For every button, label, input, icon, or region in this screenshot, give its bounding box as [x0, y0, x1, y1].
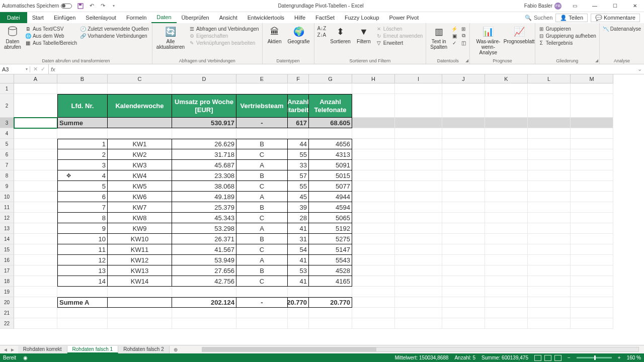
cell[interactable]: [528, 149, 571, 160]
cell[interactable]: [528, 128, 571, 139]
cell[interactable]: KW3: [108, 160, 172, 170]
cell[interactable]: [14, 149, 57, 160]
cell[interactable]: [485, 83, 528, 94]
cell[interactable]: 5147: [309, 244, 352, 255]
qat-dropdown-icon[interactable]: ▾: [110, 3, 117, 10]
cell[interactable]: [309, 128, 352, 139]
cell[interactable]: 45: [288, 192, 309, 202]
sheet-tab[interactable]: Rohdaten korrekt: [18, 346, 67, 353]
cell[interactable]: [485, 276, 528, 287]
col-header-F[interactable]: F: [288, 74, 309, 83]
tab-einfügen[interactable]: Einfügen: [49, 12, 80, 23]
advanced-filter[interactable]: ▽Erweitert: [375, 39, 424, 46]
recent-sources[interactable]: 🕘Zuletzt verwendete Quellen: [79, 25, 150, 32]
cell[interactable]: [395, 94, 442, 118]
cell[interactable]: [309, 287, 352, 297]
share-button[interactable]: 👤Teilen: [555, 14, 588, 22]
group-btn[interactable]: ⊞Gruppieren: [537, 25, 597, 32]
cell[interactable]: [395, 308, 442, 318]
name-box[interactable]: A3▾: [0, 66, 30, 72]
existing-connections[interactable]: 🔗Vorhandene Verbindungen: [79, 32, 150, 39]
cell[interactable]: 38.068: [172, 181, 236, 192]
col-header-D[interactable]: D: [172, 74, 236, 83]
cell[interactable]: [485, 128, 528, 139]
cell[interactable]: 5: [57, 181, 108, 192]
cell[interactable]: [395, 83, 442, 94]
cell[interactable]: [395, 255, 442, 265]
cell[interactable]: [528, 234, 571, 244]
cell[interactable]: 26.629: [172, 139, 236, 149]
cell[interactable]: [309, 308, 352, 318]
cell[interactable]: [352, 244, 395, 255]
cell[interactable]: [442, 139, 485, 149]
cell[interactable]: [485, 118, 528, 128]
cell[interactable]: [352, 170, 395, 181]
cell[interactable]: [288, 83, 309, 94]
refresh-all-button[interactable]: 🔄 Alle aktualisieren: [154, 24, 187, 51]
cell[interactable]: [442, 128, 485, 139]
cell[interactable]: -: [236, 118, 288, 128]
col-header-K[interactable]: K: [485, 74, 528, 83]
cell[interactable]: 53: [288, 265, 309, 276]
cell[interactable]: 8: [57, 213, 108, 223]
cell[interactable]: KW7: [108, 202, 172, 213]
cell[interactable]: [442, 308, 485, 318]
cell[interactable]: [571, 170, 613, 181]
zoom-out-icon[interactable]: −: [568, 355, 571, 360]
cell[interactable]: [236, 318, 288, 329]
cell[interactable]: 28: [288, 213, 309, 223]
cell[interactable]: [395, 244, 442, 255]
cell[interactable]: KW6: [108, 192, 172, 202]
cell[interactable]: KW5: [108, 181, 172, 192]
cell[interactable]: [571, 192, 613, 202]
cell[interactable]: [571, 139, 613, 149]
cell[interactable]: [485, 139, 528, 149]
cell[interactable]: 41.567: [172, 244, 236, 255]
cell[interactable]: [395, 234, 442, 244]
cell[interactable]: [485, 192, 528, 202]
cell[interactable]: [442, 234, 485, 244]
cell[interactable]: [528, 192, 571, 202]
cell[interactable]: [442, 297, 485, 308]
toggle-switch[interactable]: [61, 4, 72, 9]
cell[interactable]: A: [236, 223, 288, 234]
cell[interactable]: [395, 181, 442, 192]
cell[interactable]: Anzahl Telefonate: [309, 94, 352, 118]
tab-daten[interactable]: Daten: [151, 12, 176, 23]
cell[interactable]: [14, 118, 57, 128]
row-header-4[interactable]: 4: [0, 128, 14, 139]
cell[interactable]: [442, 223, 485, 234]
dialog-launcher-icon[interactable]: ◢: [595, 58, 598, 63]
tab-power pivot[interactable]: Power Pivot: [384, 12, 424, 23]
forecast-sheet[interactable]: 📈Prognoseblatt: [506, 24, 533, 45]
sort-asc[interactable]: A↓Z: [316, 25, 328, 32]
cell[interactable]: 23.308: [172, 170, 236, 181]
cell[interactable]: [108, 287, 172, 297]
user-account[interactable]: Fabio Basler FB: [524, 3, 561, 10]
flash-fill[interactable]: ⚡: [450, 25, 458, 32]
select-all-corner[interactable]: [0, 74, 14, 83]
cell[interactable]: [14, 244, 57, 255]
sheet-tab[interactable]: Rohdaten falsch 1: [67, 346, 119, 353]
cell[interactable]: 39: [288, 202, 309, 213]
cell[interactable]: 31.718: [172, 149, 236, 160]
cell[interactable]: [571, 128, 613, 139]
cell[interactable]: [485, 255, 528, 265]
redo-icon[interactable]: ↷: [99, 3, 106, 10]
col-header-M[interactable]: M: [571, 74, 613, 83]
spreadsheet-grid[interactable]: ABCDEFGHIJKLM 12345678910111213141516171…: [0, 74, 644, 345]
cell[interactable]: 3: [57, 160, 108, 170]
cell[interactable]: 5015: [309, 170, 352, 181]
cell[interactable]: [571, 234, 613, 244]
cell[interactable]: [571, 244, 613, 255]
cell[interactable]: [571, 276, 613, 287]
cell[interactable]: 20.770: [288, 297, 309, 308]
cell[interactable]: 5543: [309, 255, 352, 265]
col-header-B[interactable]: B: [57, 74, 108, 83]
cell[interactable]: [14, 223, 57, 234]
row-header-15[interactable]: 15: [0, 244, 14, 255]
cell[interactable]: [485, 244, 528, 255]
cell[interactable]: [571, 223, 613, 234]
cell[interactable]: [571, 149, 613, 160]
macro-record-icon[interactable]: ◉: [23, 355, 28, 360]
